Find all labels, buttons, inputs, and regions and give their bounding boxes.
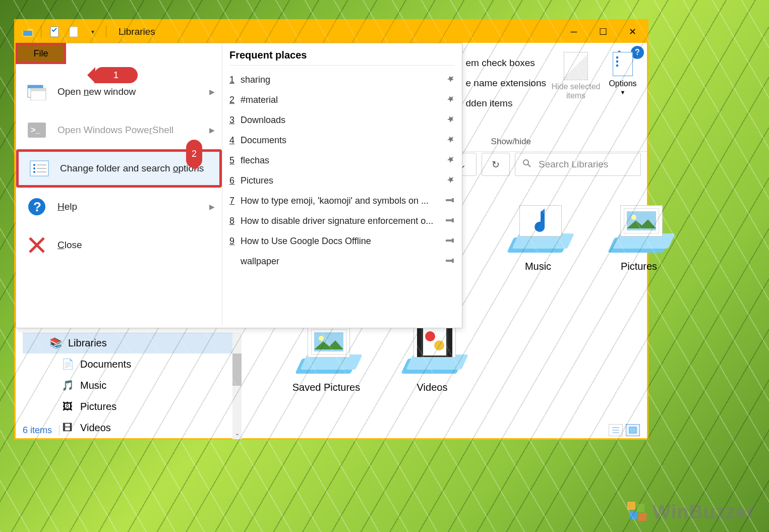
frequent-place-item[interactable]: 5flechas xyxy=(229,150,455,170)
nav-tree-item[interactable]: 📚Libraries xyxy=(23,332,232,353)
svg-point-5 xyxy=(523,160,528,165)
hide-selected-items-button[interactable]: Hide selected items xyxy=(551,52,601,100)
file-menu-item-close[interactable]: Close xyxy=(16,226,222,264)
watermark: WinBuzzer xyxy=(627,501,755,523)
nav-tree-item[interactable]: 📄Documents xyxy=(23,353,232,375)
tree-item-icon: 📚 xyxy=(50,337,61,348)
pin-icon[interactable] xyxy=(447,175,455,186)
scrollbar-thumb[interactable] xyxy=(232,353,242,386)
pin-icon[interactable] xyxy=(447,155,455,165)
svg-rect-8 xyxy=(28,85,43,88)
tree-item-label: Documents xyxy=(80,359,131,370)
unpin-icon[interactable] xyxy=(446,257,455,266)
properties-icon[interactable] xyxy=(48,26,61,38)
frequent-item-label: #material xyxy=(241,95,447,105)
library-item[interactable]: Saved Pictures xyxy=(276,323,377,393)
scrollbar-down-button[interactable]: ⌄ xyxy=(232,430,242,439)
pin-icon[interactable] xyxy=(447,135,455,145)
file-menu-item-label: Change folder and search options xyxy=(60,163,204,174)
explorer-window: ▾ Libraries ─ ☐ ✕ ? em check boxes e nam… xyxy=(14,19,648,440)
nav-pane-scrollbar[interactable]: ⌄ xyxy=(232,332,242,439)
frequent-item-label: How to type emoji, 'kaomoji' and symbols… xyxy=(241,196,446,206)
explorer-icon xyxy=(22,26,34,38)
unpin-icon[interactable] xyxy=(446,196,455,205)
show-hide-group-label: Show/hide xyxy=(491,137,531,147)
svg-rect-38 xyxy=(421,326,448,358)
separator xyxy=(59,425,60,435)
svg-point-15 xyxy=(33,167,35,169)
new-folder-icon[interactable] xyxy=(68,26,80,38)
svg-point-16 xyxy=(33,171,35,173)
library-item[interactable]: Pictures xyxy=(588,202,689,272)
nav-tree-item[interactable]: 🎞Videos xyxy=(23,417,232,438)
frequent-item-label: How to Use Google Docs Offline xyxy=(241,236,446,247)
frequent-place-item[interactable]: 8How to disable driver signature enforce… xyxy=(229,211,455,231)
frequent-item-label: flechas xyxy=(241,155,447,166)
frequent-place-item[interactable]: 2#material xyxy=(229,90,455,110)
details-view-button[interactable] xyxy=(609,424,623,436)
frequent-place-item[interactable]: 3Downloads xyxy=(229,110,455,130)
frequent-item-label: How to disable driver signature enforcem… xyxy=(241,216,446,226)
svg-rect-0 xyxy=(22,29,33,37)
file-tab[interactable]: File xyxy=(16,43,66,64)
frequent-item-number: 6 xyxy=(229,175,241,186)
frequent-item-label: Downloads xyxy=(241,115,447,126)
refresh-button[interactable]: ↻ xyxy=(482,153,510,176)
collapse-ribbon-button[interactable] xyxy=(613,46,626,59)
svg-rect-26 xyxy=(446,219,452,221)
frequent-place-item[interactable]: wallpaper xyxy=(229,251,455,271)
file-name-extensions-partial[interactable]: e name extensions xyxy=(466,73,547,93)
customize-qat-dropdown[interactable]: ▾ xyxy=(87,26,99,38)
tree-item-label: Videos xyxy=(80,422,111,434)
unpin-icon[interactable] xyxy=(446,216,455,225)
frequent-item-number: 4 xyxy=(229,135,241,146)
pin-icon[interactable] xyxy=(447,95,455,105)
tree-item-icon: 📄 xyxy=(62,359,73,370)
file-menu-item-help[interactable]: ?Help▶ xyxy=(16,188,222,226)
maximize-button[interactable]: ☐ xyxy=(588,21,618,43)
title-bar: ▾ Libraries ─ ☐ ✕ xyxy=(16,21,647,43)
frequent-item-number: 9 xyxy=(229,236,241,247)
options-button[interactable]: Options ▼ xyxy=(603,52,643,95)
svg-rect-4 xyxy=(70,27,78,37)
library-item[interactable]: Music xyxy=(488,202,588,272)
frequent-item-number: 5 xyxy=(229,155,241,166)
large-icons-view-button[interactable] xyxy=(626,424,640,436)
frequent-place-item[interactable]: 9How to Use Google Docs Offline xyxy=(229,231,455,251)
ps-icon: >_ xyxy=(25,120,48,140)
svg-rect-39 xyxy=(423,328,446,356)
help-button[interactable]: ? xyxy=(631,46,644,59)
frequent-item-number: 3 xyxy=(229,115,241,126)
frequent-places-header: Frequent places xyxy=(229,49,455,66)
file-menu-item-label: Close xyxy=(57,240,82,251)
nav-tree-item[interactable]: 🎵Music xyxy=(23,375,232,396)
pin-icon[interactable] xyxy=(447,75,455,85)
svg-point-34 xyxy=(631,215,636,220)
submenu-arrow-icon: ▶ xyxy=(209,88,215,96)
tree-item-icon: 🖼 xyxy=(62,401,73,412)
options-dropdown-icon[interactable]: ▼ xyxy=(603,89,643,95)
item-check-boxes-partial[interactable]: em check boxes xyxy=(466,53,547,73)
frequent-place-item[interactable]: 1sharing xyxy=(229,70,455,90)
show-hide-group-partial: em check boxes e name extensions dden it… xyxy=(466,53,547,113)
pin-icon[interactable] xyxy=(447,115,455,125)
close-button[interactable]: ✕ xyxy=(618,21,647,43)
svg-point-14 xyxy=(33,164,35,166)
svg-rect-1 xyxy=(22,27,27,31)
hidden-items-partial[interactable]: dden items xyxy=(466,93,547,113)
nav-tree-item[interactable]: 🖼Pictures xyxy=(23,396,232,417)
file-menu: File Open new window▶>_Open Windows Powe… xyxy=(16,43,462,328)
frequent-item-number: 8 xyxy=(229,216,241,226)
frequent-place-item[interactable]: 4Documents xyxy=(229,130,455,150)
quick-access-toolbar: ▾ xyxy=(16,26,106,38)
search-box[interactable]: Search Libraries xyxy=(515,153,641,176)
unpin-icon[interactable] xyxy=(446,237,455,246)
svg-text:?: ? xyxy=(33,199,41,214)
window-controls: ─ ☐ ✕ xyxy=(559,21,647,43)
minimize-button[interactable]: ─ xyxy=(559,21,588,43)
library-item[interactable]: Videos xyxy=(382,323,483,393)
frequent-place-item[interactable]: 7How to type emoji, 'kaomoji' and symbol… xyxy=(229,191,455,211)
frequent-place-item[interactable]: 6Pictures xyxy=(229,170,455,191)
help-icon: ? xyxy=(25,197,48,217)
svg-line-6 xyxy=(528,164,530,167)
